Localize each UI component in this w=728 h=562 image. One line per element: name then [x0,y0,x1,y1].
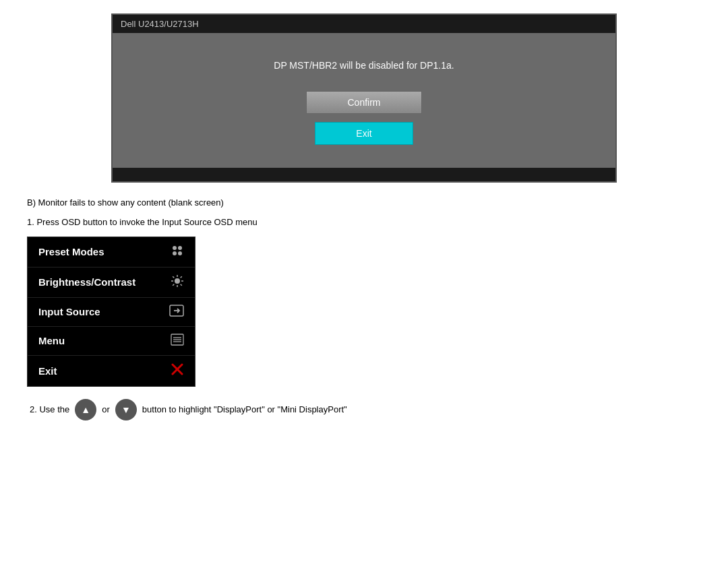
monitor-dialog: Dell U2413/U2713H DP MST/HBR2 will be di… [111,13,617,183]
svg-point-1 [178,246,182,250]
svg-point-2 [173,251,177,255]
down-arrow-icon: ▼ [121,404,131,415]
svg-point-0 [173,246,177,250]
brightness-label: Brightness/Contrast [38,276,135,288]
or-text: or [102,404,110,414]
svg-point-4 [175,278,180,284]
osd-menu-item-exit[interactable]: Exit [28,356,195,386]
brightness-icon [171,274,184,290]
monitor-titlebar: Dell U2413/U2713H [113,15,615,33]
step2-container: 2. Use the ▲ or ▼ button to highlight "D… [27,399,701,420]
exit-x-icon [171,363,184,379]
step1-text: 1. Press OSD button to invoke the Input … [27,216,701,230]
osd-menu-item-preset-modes[interactable]: Preset Modes [28,237,195,268]
preset-modes-label: Preset Modes [38,246,104,257]
osd-menu: Preset Modes Brightness/Contrast [27,237,195,387]
down-button[interactable]: ▼ [115,399,137,420]
up-arrow-icon: ▲ [81,404,90,415]
osd-menu-item-brightness[interactable]: Brightness/Contrast [28,268,195,298]
svg-line-11 [181,276,182,278]
input-source-icon [169,305,184,319]
step2-suffix: button to highlight "DisplayPort" or "Mi… [142,404,347,414]
up-button[interactable]: ▲ [75,399,96,420]
svg-line-12 [173,284,174,285]
preset-modes-icon [171,244,184,260]
monitor-title: Dell U2413/U2713H [121,19,199,29]
svg-point-3 [178,251,182,255]
exit-label: Exit [38,365,57,377]
menu-label: Menu [38,335,65,346]
svg-line-10 [181,284,182,285]
monitor-body: DP MST/HBR2 will be disabled for DP1.1a.… [113,33,615,168]
confirm-button[interactable]: Confirm [306,91,421,114]
osd-menu-item-input-source[interactable]: Input Source [28,298,195,327]
monitor-message: DP MST/HBR2 will be disabled for DP1.1a. [274,60,454,71]
input-source-label: Input Source [38,306,100,317]
svg-line-9 [173,276,174,278]
exit-button[interactable]: Exit [315,122,413,145]
osd-menu-item-menu[interactable]: Menu [28,327,195,356]
monitor-bottom-bar [113,168,615,181]
menu-icon [171,334,184,348]
section-b-label: B) Monitor fails to show any content (bl… [27,196,701,210]
step2-prefix: 2. Use the [30,404,69,414]
